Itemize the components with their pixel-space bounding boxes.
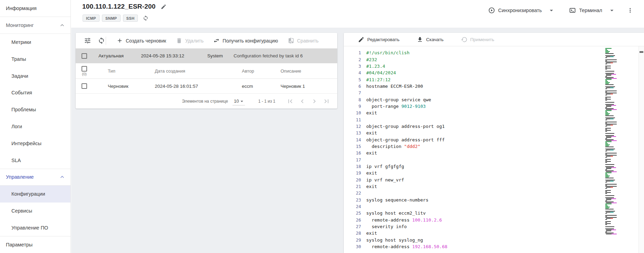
line-content: exit xyxy=(361,150,377,156)
minimap-line xyxy=(605,205,621,205)
next-page-button[interactable] xyxy=(311,97,318,105)
edit-title-button[interactable] xyxy=(161,4,167,10)
minimap-line xyxy=(605,155,621,156)
sidebar-item-14[interactable]: Параметры xyxy=(0,236,70,253)
minimap-line xyxy=(605,79,621,80)
minimap-line xyxy=(605,62,621,62)
minimap-line xyxy=(605,212,621,213)
delete-button[interactable]: Удалить xyxy=(173,35,206,46)
sidebar-item-9[interactable]: SLA xyxy=(0,152,70,169)
terminal-dropdown-caret[interactable] xyxy=(608,7,616,14)
sidebar-item-label: Управление ПО xyxy=(11,225,48,231)
pagination-nav xyxy=(286,97,330,105)
minimap-line xyxy=(605,216,621,217)
minimap-line xyxy=(605,143,621,144)
sidebar-item-2[interactable]: Метрики xyxy=(0,34,70,51)
minimap-line xyxy=(605,137,621,138)
more-menu-button[interactable] xyxy=(627,7,634,14)
plus-icon xyxy=(116,37,123,44)
sidebar-item-label: SLA xyxy=(11,158,21,163)
download-config-button[interactable]: Скачать xyxy=(414,34,446,45)
minimap-line xyxy=(605,106,621,107)
apply-config-button[interactable]: Применить xyxy=(458,34,497,45)
code-line: 24 xyxy=(344,203,599,210)
table-row[interactable]: Черновик 2024-05-28 16:01:57 eccm Чернов… xyxy=(76,79,337,94)
protocol-chip: ICMP xyxy=(83,15,100,22)
scrollbar[interactable] xyxy=(638,46,644,253)
pinned-date: 2024-05-28 15:33:12 xyxy=(141,53,207,58)
minimap-line xyxy=(605,81,621,82)
edit-config-button[interactable]: Редактировать xyxy=(355,34,402,45)
create-draft-button[interactable]: Создать черновик xyxy=(114,35,169,46)
fetch-config-label: Получить конфигурацию xyxy=(222,38,278,44)
minimap-line xyxy=(605,164,621,165)
sidebar-item-5[interactable]: События xyxy=(0,84,70,101)
minimap-line xyxy=(605,178,621,178)
minimap-line xyxy=(605,150,621,150)
items-per-page-select[interactable]: 10 xyxy=(233,97,245,105)
minimap-line xyxy=(605,132,621,133)
compare-button[interactable]: Сравнить xyxy=(285,35,321,46)
sidebar-item-12[interactable]: Сервисы xyxy=(0,203,70,219)
sidebar-item-0[interactable]: Информация xyxy=(0,0,70,17)
first-page-button[interactable] xyxy=(286,97,294,105)
terminal-button[interactable]: Терминал xyxy=(568,5,604,16)
minimap-line xyxy=(605,119,621,119)
code-line: 6hostname ECCM-ESR-200 xyxy=(344,83,599,90)
synchronize-dropdown-caret[interactable] xyxy=(548,7,555,14)
sidebar-item-4[interactable]: Задачи xyxy=(0,67,70,84)
sidebar-item-10[interactable]: Управление xyxy=(0,169,70,186)
sync-status-button[interactable] xyxy=(143,15,149,21)
minimap-line xyxy=(605,152,621,152)
synchronize-button[interactable]: Синхронизировать xyxy=(487,5,543,16)
line-content: #232 xyxy=(361,57,377,62)
filter-button[interactable] xyxy=(84,37,91,44)
sidebar-item-13[interactable]: Управление ПО xyxy=(0,219,70,236)
minimap-line xyxy=(605,219,621,220)
sidebar-item-6[interactable]: Проблемы xyxy=(0,101,70,118)
code-line: 17 xyxy=(344,157,599,163)
current-configuration-row[interactable]: Актуальная 2024-05-28 15:33:12 System Co… xyxy=(76,48,337,63)
minimap-line xyxy=(605,101,621,102)
sidebar-item-8[interactable]: Интерфейсы xyxy=(0,135,70,152)
minimap-line xyxy=(605,110,621,111)
minimap-line xyxy=(605,158,621,159)
line-number: 12 xyxy=(344,124,361,129)
code-editor[interactable]: 1#!/usr/bin/clish2#2323#1.23.44#04/04/20… xyxy=(344,46,644,253)
last-page-button[interactable] xyxy=(323,97,330,105)
line-content: remote-address 100.110.2.6 xyxy=(361,217,442,223)
row-checkbox[interactable] xyxy=(82,53,87,59)
prev-page-button[interactable] xyxy=(299,97,306,105)
minimap[interactable] xyxy=(605,48,621,235)
sidebar-item-3[interactable]: Трапы xyxy=(0,50,70,67)
minimap-line xyxy=(605,225,621,226)
pagination: Элементов на странице 10 1 - 1 из 1 xyxy=(76,94,337,109)
minimap-line xyxy=(605,156,621,157)
cell-author: eccm xyxy=(242,84,281,89)
pencil-icon xyxy=(161,4,167,10)
code-line: 4#04/04/2024 xyxy=(344,69,599,76)
sidebar-item-label: Проблемы xyxy=(11,107,36,112)
sidebar-item-7[interactable]: Логи xyxy=(0,118,70,135)
minimap-line xyxy=(605,104,621,105)
row-checkbox[interactable] xyxy=(82,83,87,89)
sidebar-item-11[interactable]: Конфигурации xyxy=(0,186,70,203)
minimap-line xyxy=(605,182,621,182)
fetch-config-button[interactable]: Получить конфигурацию xyxy=(210,35,281,46)
pinned-description: Configuration fetched by task id 6 xyxy=(234,53,337,58)
scrollbar-thumb[interactable] xyxy=(640,51,643,53)
minimap-line xyxy=(605,209,621,209)
minimap-line xyxy=(605,64,621,64)
code-lines: 1#!/usr/bin/clish2#2323#1.23.44#04/04/20… xyxy=(344,49,599,250)
select-all-checkbox[interactable] xyxy=(82,66,87,72)
refresh-button[interactable] xyxy=(98,37,105,44)
line-content: #!/usr/bin/clish xyxy=(361,50,409,55)
column-author: Автор xyxy=(242,68,281,74)
sidebar-item-1[interactable]: Мониторинг xyxy=(0,17,70,34)
minimap-line xyxy=(605,103,621,104)
minimap-line xyxy=(605,187,621,188)
sidebar-item-label: Логи xyxy=(11,124,22,129)
minimap-line xyxy=(605,221,621,222)
code-line: 10exit xyxy=(344,110,599,116)
table-header: (0) Тип Дата создания Автор Описание xyxy=(76,63,337,79)
